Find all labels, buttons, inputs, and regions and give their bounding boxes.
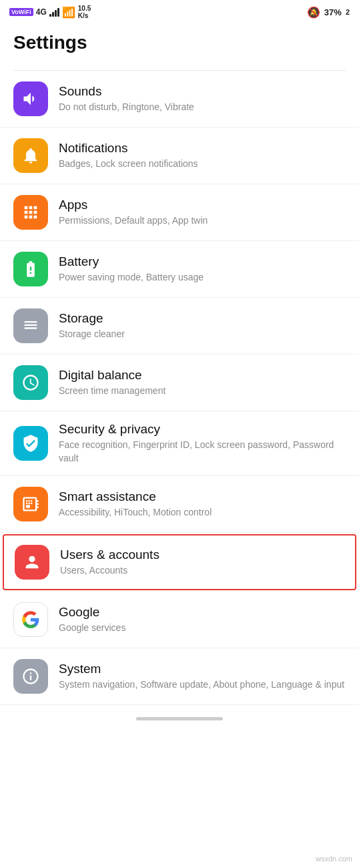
system-subtitle: System navigation, Software update, Abou… (59, 678, 346, 692)
storage-subtitle: Storage cleaner (59, 328, 346, 341)
users-accounts-text: Users & accountsUsers, Accounts (60, 548, 344, 578)
smart-assistance-icon (13, 487, 48, 521)
apps-icon (13, 195, 48, 230)
digital-balance-icon (13, 365, 48, 400)
users-accounts-icon (15, 545, 49, 580)
smart-assistance-title: Smart assistance (59, 489, 346, 504)
digital-balance-text: Digital balanceScreen time management (59, 368, 346, 398)
storage-text: StorageStorage cleaner (59, 311, 346, 341)
sounds-text: SoundsDo not disturb, Ringtone, Vibrate (59, 84, 346, 114)
settings-item-users-accounts[interactable]: Users & accountsUsers, Accounts (3, 534, 356, 590)
security-privacy-text: Security & privacyFace recognition, Fing… (59, 422, 346, 465)
smart-assistance-subtitle: Accessibility, HiTouch, Motion control (59, 506, 346, 519)
sounds-title: Sounds (59, 84, 346, 99)
digital-balance-title: Digital balance (59, 368, 346, 383)
users-accounts-title: Users & accounts (60, 548, 344, 562)
status-right: 🔕 37% 2 (307, 6, 350, 19)
apps-subtitle: Permissions, Default apps, App twin (59, 214, 346, 228)
page-title: Settings (0, 24, 359, 59)
wifi-icon: 📶 (62, 6, 75, 19)
sounds-subtitle: Do not disturb, Ringtone, Vibrate (59, 101, 346, 114)
settings-item-apps[interactable]: AppsPermissions, Default apps, App twin (0, 184, 359, 241)
speed-display: 10.5 K/s (78, 5, 91, 19)
signal-bars (49, 7, 59, 17)
settings-list: SoundsDo not disturb, Ringtone, VibrateN… (0, 71, 359, 705)
settings-item-system[interactable]: SystemSystem navigation, Software update… (0, 648, 359, 705)
storage-title: Storage (59, 311, 346, 326)
digital-balance-subtitle: Screen time management (59, 385, 346, 398)
notifications-text: NotificationsBadges, Lock screen notific… (59, 141, 346, 171)
smart-assistance-text: Smart assistanceAccessibility, HiTouch, … (59, 489, 346, 519)
security-privacy-subtitle: Face recognition, Fingerprint ID, Lock s… (59, 439, 346, 465)
bottom-bar (0, 705, 359, 736)
google-icon (13, 602, 48, 637)
vowifi-icon: VoWiFi (9, 8, 33, 16)
battery-text: BatteryPower saving mode, Battery usage (59, 254, 346, 284)
battery-title: Battery (59, 254, 346, 269)
settings-item-sounds[interactable]: SoundsDo not disturb, Ringtone, Vibrate (0, 71, 359, 128)
settings-item-digital-balance[interactable]: Digital balanceScreen time management (0, 355, 359, 411)
network-icon: 4G (36, 7, 47, 17)
settings-item-google[interactable]: GoogleGoogle services (0, 592, 359, 648)
notifications-title: Notifications (59, 141, 346, 156)
system-text: SystemSystem navigation, Software update… (59, 662, 346, 692)
nav-pill (136, 717, 223, 720)
battery-display: 37% (324, 7, 342, 17)
bar3 (55, 10, 57, 17)
google-text: GoogleGoogle services (59, 605, 346, 635)
apps-title: Apps (59, 198, 346, 212)
users-accounts-subtitle: Users, Accounts (60, 564, 344, 578)
system-icon (13, 659, 48, 694)
settings-item-storage[interactable]: StorageStorage cleaner (0, 298, 359, 355)
sounds-icon (13, 81, 48, 116)
bar1 (49, 14, 51, 17)
system-title: System (59, 662, 346, 676)
google-subtitle: Google services (59, 622, 346, 635)
security-privacy-title: Security & privacy (59, 422, 346, 437)
bell-mute-icon: 🔕 (307, 6, 320, 19)
notifications-icon (13, 138, 48, 173)
settings-item-notifications[interactable]: NotificationsBadges, Lock screen notific… (0, 128, 359, 184)
google-title: Google (59, 605, 346, 620)
status-left: VoWiFi 4G 📶 10.5 K/s (9, 5, 91, 19)
battery-icon (13, 252, 48, 286)
settings-item-security-privacy[interactable]: Security & privacyFace recognition, Fing… (0, 411, 359, 476)
watermark: wsxdn.com (316, 855, 352, 863)
settings-item-smart-assistance[interactable]: Smart assistanceAccessibility, HiTouch, … (0, 476, 359, 533)
notifications-subtitle: Badges, Lock screen notifications (59, 158, 346, 171)
settings-item-battery[interactable]: BatteryPower saving mode, Battery usage (0, 241, 359, 298)
battery-subtitle: Power saving mode, Battery usage (59, 271, 346, 284)
bar4 (57, 8, 59, 17)
bar2 (52, 12, 54, 17)
status-bar: VoWiFi 4G 📶 10.5 K/s 🔕 37% 2 (0, 0, 359, 24)
apps-text: AppsPermissions, Default apps, App twin (59, 198, 346, 228)
security-privacy-icon (13, 426, 48, 461)
top-divider (13, 59, 346, 71)
storage-icon (13, 308, 48, 343)
signal-strength: 2 (346, 8, 350, 16)
